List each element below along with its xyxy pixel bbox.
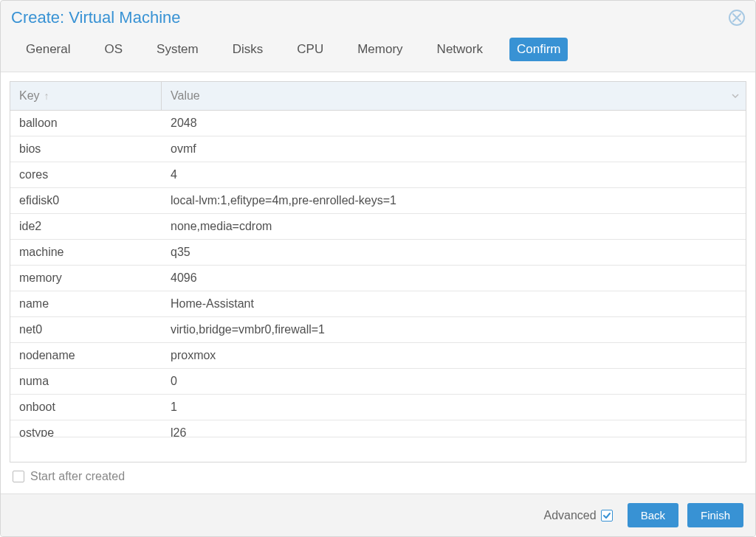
cell-key: memory (10, 266, 162, 291)
sort-asc-icon: ↑ (44, 90, 49, 102)
tab-cpu[interactable]: CPU (289, 38, 331, 61)
cell-value: 4 (162, 162, 746, 187)
tab-system[interactable]: System (149, 38, 206, 61)
advanced-label: Advanced (543, 509, 596, 522)
cell-value: 4096 (162, 266, 746, 291)
cell-key: name (10, 291, 162, 316)
grid-body: balloon2048biosovmfcores4efidisk0local-l… (10, 111, 746, 462)
cell-key: ostype (10, 420, 162, 437)
back-button[interactable]: Back (628, 503, 678, 527)
dialog-footer: Advanced Back Finish (1, 493, 755, 536)
cell-value: q35 (162, 240, 746, 265)
tab-network[interactable]: Network (430, 38, 490, 61)
column-header-value[interactable]: Value (162, 82, 725, 110)
cell-value: virtio,bridge=vmbr0,firewall=1 (162, 317, 746, 342)
column-header-key[interactable]: Key ↑ (10, 82, 162, 110)
cell-value: ovmf (162, 136, 746, 162)
table-row[interactable]: nodenameproxmox (10, 343, 746, 369)
table-row[interactable]: nameHome-Assistant (10, 291, 746, 317)
tab-os[interactable]: OS (97, 38, 130, 61)
cell-key: balloon (10, 111, 162, 136)
column-header-value-label: Value (171, 89, 200, 103)
cell-key: onboot (10, 395, 162, 420)
create-vm-dialog: Create: Virtual Machine GeneralOSSystemD… (0, 0, 756, 537)
close-icon (732, 13, 741, 22)
cell-value: 2048 (162, 111, 746, 136)
advanced-checkbox[interactable] (601, 510, 613, 522)
close-button[interactable] (729, 10, 745, 26)
cell-value: Home-Assistant (162, 291, 746, 316)
wizard-tabs: GeneralOSSystemDisksCPUMemoryNetworkConf… (1, 30, 755, 72)
table-row[interactable]: balloon2048 (10, 111, 746, 136)
cell-value: 0 (162, 369, 746, 394)
table-row[interactable]: cores4 (10, 162, 746, 188)
table-row[interactable]: numa0 (10, 369, 746, 395)
start-after-created-row: Start after created (10, 462, 746, 485)
table-row[interactable]: ide2none,media=cdrom (10, 214, 746, 240)
table-row[interactable]: ostypel26 (10, 420, 746, 437)
start-after-created-checkbox[interactable] (13, 471, 24, 482)
grid-header-row: Key ↑ Value (10, 82, 746, 111)
table-row[interactable]: net0virtio,bridge=vmbr0,firewall=1 (10, 317, 746, 343)
cell-key: bios (10, 136, 162, 162)
column-header-key-label: Key (19, 89, 40, 103)
config-summary-grid: Key ↑ Value balloon2048biosovmfcores4efi… (10, 81, 746, 462)
table-row[interactable]: machineq35 (10, 240, 746, 266)
cell-value: 1 (162, 395, 746, 420)
cell-value: proxmox (162, 343, 746, 368)
dialog-header: Create: Virtual Machine (1, 1, 755, 30)
cell-value: l26 (162, 420, 746, 437)
cell-key: net0 (10, 317, 162, 342)
column-menu-button[interactable] (725, 82, 746, 110)
table-row[interactable]: biosovmf (10, 136, 746, 162)
check-icon (602, 511, 611, 520)
cell-key: ide2 (10, 214, 162, 239)
cell-value: local-lvm:1,efitype=4m,pre-enrolled-keys… (162, 188, 746, 213)
cell-key: efidisk0 (10, 188, 162, 213)
finish-button[interactable]: Finish (687, 503, 743, 527)
tab-confirm[interactable]: Confirm (509, 38, 568, 61)
dialog-body: Key ↑ Value balloon2048biosovmfcores4efi… (1, 72, 755, 493)
cell-key: machine (10, 240, 162, 265)
cell-key: nodename (10, 343, 162, 368)
tab-disks[interactable]: Disks (225, 38, 271, 61)
table-row[interactable]: onboot1 (10, 395, 746, 420)
advanced-toggle[interactable]: Advanced (543, 509, 612, 522)
tab-general[interactable]: General (18, 38, 78, 61)
cell-key: cores (10, 162, 162, 187)
dialog-title: Create: Virtual Machine (11, 8, 181, 27)
table-row[interactable]: memory4096 (10, 266, 746, 291)
table-row[interactable]: efidisk0local-lvm:1,efitype=4m,pre-enrol… (10, 188, 746, 214)
cell-key: numa (10, 369, 162, 394)
tab-memory[interactable]: Memory (350, 38, 410, 61)
start-after-created-label: Start after created (30, 470, 125, 483)
chevron-down-icon (732, 89, 739, 103)
cell-value: none,media=cdrom (162, 214, 746, 239)
